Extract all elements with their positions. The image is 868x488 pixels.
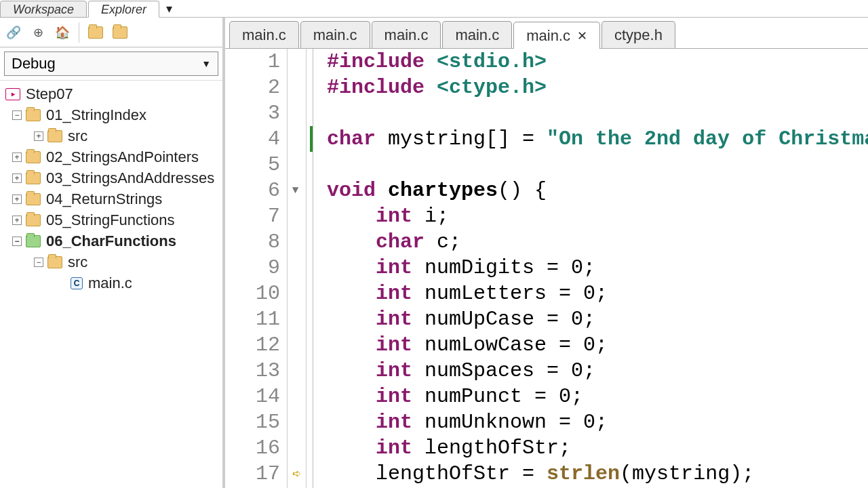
collapse-icon[interactable]: − (34, 258, 43, 267)
collapse-icon[interactable]: − (12, 237, 22, 246)
add-icon[interactable]: ⊕ (28, 23, 47, 42)
code-line[interactable]: int numDigits = 0; (327, 255, 868, 281)
close-icon[interactable]: ✕ (577, 28, 587, 43)
line-number: 14 (225, 384, 287, 409)
tree-item-label: 03_StringsAndAddresses (46, 169, 214, 187)
home-icon[interactable]: 🏠 (53, 23, 72, 42)
line-number: 5 (225, 152, 287, 178)
tree-item-label: src (68, 127, 87, 145)
line-number: 3 (225, 100, 287, 126)
folder-icon (26, 214, 41, 226)
debug-current-line-icon: ➪ (292, 465, 301, 483)
code-line[interactable] (327, 152, 868, 178)
line-number: 11 (225, 306, 287, 332)
tree-item-label: 02_StringsAndPointers (46, 148, 199, 166)
folder-icon (47, 130, 62, 142)
code-line[interactable]: void chartypes() { (327, 178, 868, 203)
line-number: 15 (225, 409, 287, 435)
explorer-tab[interactable]: Explorer (88, 1, 159, 18)
tree-item-label: 06_CharFunctions (46, 232, 176, 250)
code-line[interactable]: int numPunct = 0; (327, 384, 868, 409)
code-line[interactable]: lengthOfStr = strlen(mystring); (327, 461, 868, 487)
editor-tab[interactable]: main.c (442, 21, 512, 48)
tree-item[interactable]: + 03_StringsAndAddresses (0, 167, 222, 188)
workspace-tab[interactable]: Workspace (0, 1, 87, 18)
line-number: 16 (225, 435, 287, 461)
code-line[interactable]: int numUpCase = 0; (327, 306, 868, 332)
chevron-down-icon: ▼ (201, 58, 211, 69)
tree-file[interactable]: C main.c (0, 272, 222, 293)
fold-icon[interactable]: ▼ (292, 184, 299, 197)
change-marker (310, 126, 313, 152)
tree-item[interactable]: − 01_StringIndex (0, 104, 222, 125)
editor-tab[interactable]: main.c (372, 21, 441, 48)
tree-item-label: 05_StringFunctions (46, 211, 175, 229)
link-icon[interactable]: 🔗 (4, 23, 23, 42)
folder-icon[interactable] (111, 23, 130, 42)
change-gutter (307, 49, 313, 488)
line-number: 4 (225, 126, 287, 152)
code-line[interactable]: char c; (327, 229, 868, 255)
collapse-icon[interactable]: − (12, 110, 22, 120)
explorer-panel: 🔗 ⊕ 🏠 Debug ▼ ▸ Step07 (0, 18, 225, 488)
expand-icon[interactable]: + (12, 174, 22, 183)
code-line[interactable] (327, 100, 868, 126)
toolbar-separator (79, 22, 79, 43)
code-line[interactable]: int numUnknown = 0; (327, 409, 868, 435)
build-config-value: Debug (12, 55, 56, 73)
line-number: 6 (225, 178, 287, 203)
code-line[interactable]: int numLowCase = 0; (327, 332, 868, 358)
expand-icon[interactable]: + (12, 152, 22, 162)
tree-root-label: Step07 (26, 85, 73, 103)
line-number: 2 (225, 75, 287, 100)
code-line[interactable]: int numLetters = 0; (327, 281, 868, 306)
line-number: 12 (225, 332, 287, 358)
code-line[interactable]: int i; (327, 203, 868, 229)
project-icon: ▸ (5, 88, 20, 100)
explorer-toolbar: 🔗 ⊕ 🏠 (0, 18, 222, 47)
folder-icon (26, 172, 41, 184)
marker-gutter: ▼➪ (288, 49, 307, 488)
expand-icon[interactable]: + (12, 195, 22, 204)
tree-file-label: main.c (88, 274, 132, 292)
panel-tabs: Workspace Explorer ▾ (0, 0, 868, 18)
tree-item-label: 04_ReturnStrings (46, 190, 162, 208)
editor-tab[interactable]: ctype.h (601, 21, 675, 48)
folder-icon[interactable] (86, 23, 105, 42)
folder-icon (47, 256, 62, 268)
code-line[interactable]: #include <ctype.h> (327, 75, 868, 100)
folder-icon (26, 151, 41, 163)
editor-tab-active[interactable]: main.c ✕ (513, 22, 600, 49)
tree-item[interactable]: + 05_StringFunctions (0, 209, 222, 230)
line-number: 7 (225, 203, 287, 229)
code-line[interactable]: int numSpaces = 0; (327, 358, 868, 384)
tree-item-label: src (68, 253, 87, 271)
folder-icon (26, 109, 41, 121)
code-line[interactable]: int lengthOfStr; (327, 435, 868, 461)
tree-item-active[interactable]: − 06_CharFunctions (0, 230, 222, 251)
editor-tab[interactable]: main.c (229, 21, 299, 48)
code-line[interactable]: char mystring[] = "On the 2nd day of Chr… (327, 126, 868, 152)
code-editor[interactable]: 123456789101112131415161718 ▼➪ #include … (225, 49, 868, 488)
line-number-gutter: 123456789101112131415161718 (225, 49, 288, 488)
editor-tab[interactable]: main.c (300, 21, 370, 48)
tree-root[interactable]: ▸ Step07 (0, 83, 222, 104)
code-line[interactable]: #include <stdio.h> (327, 49, 868, 75)
tab-overflow-arrow[interactable]: ▾ (161, 0, 178, 17)
tree-item[interactable]: + src (0, 125, 222, 146)
folder-icon (26, 235, 41, 247)
expand-icon[interactable]: + (34, 131, 43, 141)
expand-icon[interactable]: + (12, 216, 22, 225)
line-number: 17 (225, 461, 287, 487)
editor-tab-strip: main.c main.c main.c main.c main.c ✕ cty… (225, 18, 868, 49)
code-body[interactable]: #include <stdio.h>#include <ctype.h>char… (313, 49, 868, 488)
tree-item[interactable]: + 04_ReturnStrings (0, 188, 222, 209)
project-tree[interactable]: ▸ Step07 − 01_StringIndex + src (0, 81, 222, 488)
line-number: 1 (225, 49, 287, 75)
line-number: 8 (225, 229, 287, 255)
tree-item[interactable]: − src (0, 251, 222, 272)
folder-icon (26, 193, 41, 205)
build-config-dropdown[interactable]: Debug ▼ (4, 52, 218, 76)
line-number: 13 (225, 358, 287, 384)
tree-item[interactable]: + 02_StringsAndPointers (0, 146, 222, 167)
